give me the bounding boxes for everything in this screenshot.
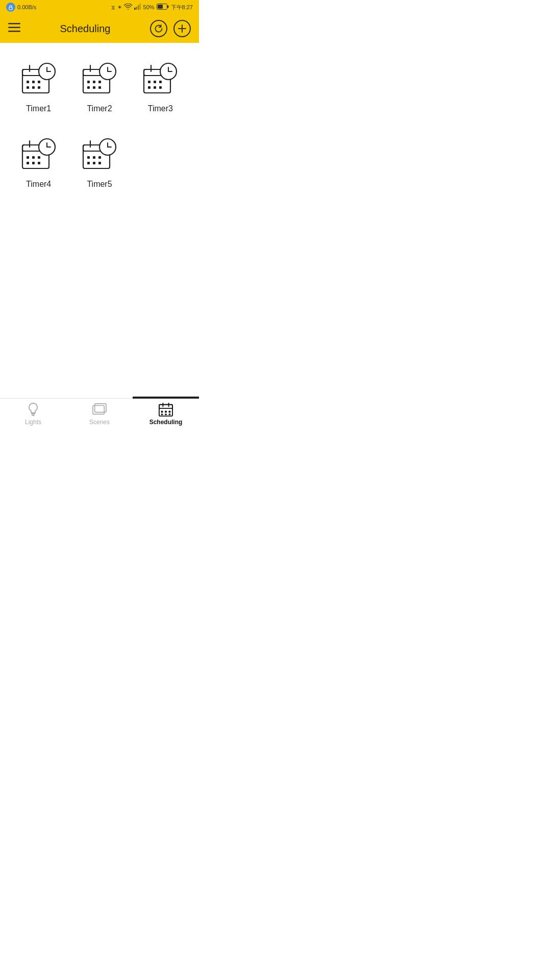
svg-rect-16 [32, 81, 35, 83]
timer-label-4: Timer4 [26, 180, 51, 189]
timer-label-2: Timer2 [87, 104, 112, 113]
svg-rect-6 [167, 6, 169, 8]
svg-rect-2 [136, 7, 137, 10]
header-actions [150, 20, 191, 37]
refresh-button[interactable] [150, 20, 167, 37]
svg-rect-33 [98, 86, 101, 89]
svg-rect-68 [93, 156, 95, 159]
svg-rect-44 [148, 86, 151, 89]
lights-nav-label: Lights [25, 419, 41, 426]
signal-icon: ⧖ [111, 4, 115, 11]
timer-item-1[interactable]: Timer1 [8, 53, 69, 118]
timer-icon-2 [79, 58, 120, 99]
svg-rect-10 [8, 31, 20, 32]
timer-icon-3 [140, 58, 181, 99]
svg-rect-89 [161, 413, 163, 415]
add-button[interactable] [173, 20, 191, 37]
timer-label-5: Timer5 [87, 180, 112, 189]
lock-icon [6, 3, 15, 12]
status-left: 0.00B/s [6, 3, 36, 12]
svg-rect-58 [32, 162, 35, 164]
svg-rect-69 [98, 156, 101, 159]
svg-rect-91 [169, 413, 171, 415]
status-bar: 0.00B/s ⧖ ✶ 50% [0, 0, 199, 14]
svg-rect-72 [98, 162, 101, 164]
svg-rect-46 [159, 86, 162, 89]
timer-icon-5 [79, 134, 120, 175]
svg-rect-67 [87, 156, 90, 159]
svg-rect-42 [154, 81, 156, 83]
svg-rect-41 [148, 81, 151, 83]
svg-rect-57 [27, 162, 29, 164]
svg-rect-70 [87, 162, 90, 164]
svg-rect-7 [158, 5, 163, 9]
scheduling-nav-icon [159, 402, 173, 416]
svg-rect-19 [32, 86, 35, 89]
svg-rect-31 [87, 86, 90, 89]
svg-rect-30 [98, 81, 101, 83]
svg-rect-90 [165, 413, 167, 415]
nav-item-scenes[interactable]: Scenes [66, 399, 133, 431]
status-right: ⧖ ✶ 50% 下午8:27 [111, 4, 193, 11]
svg-rect-56 [38, 156, 40, 159]
svg-rect-32 [93, 86, 95, 89]
svg-rect-43 [159, 81, 162, 83]
wifi-icon [124, 4, 132, 11]
svg-rect-29 [93, 81, 95, 83]
svg-rect-45 [154, 86, 156, 89]
svg-rect-55 [32, 156, 35, 159]
cell-signal-icon [134, 4, 141, 11]
timer-item-4[interactable]: Timer4 [8, 129, 69, 194]
svg-rect-8 [8, 23, 20, 24]
bluetooth-icon: ✶ [117, 4, 122, 11]
nav-item-lights[interactable]: Lights [0, 399, 66, 431]
menu-button[interactable] [8, 23, 20, 34]
battery-percent: 50% [143, 4, 155, 10]
svg-rect-54 [27, 156, 29, 159]
timer-label-1: Timer1 [26, 104, 51, 113]
battery-icon [157, 4, 169, 11]
timer-item-2[interactable]: Timer2 [69, 53, 130, 118]
page-title: Scheduling [60, 23, 111, 35]
svg-rect-86 [161, 410, 163, 412]
svg-rect-18 [27, 86, 29, 89]
svg-rect-9 [8, 27, 20, 29]
svg-rect-83 [159, 404, 172, 408]
bottom-nav: Lights Scenes [0, 398, 199, 431]
svg-rect-15 [27, 81, 29, 83]
nav-item-scheduling[interactable]: Scheduling [133, 399, 199, 431]
svg-rect-1 [134, 8, 136, 10]
scenes-nav-icon [92, 402, 107, 416]
timer-item-5[interactable]: Timer5 [69, 129, 130, 194]
header: Scheduling [0, 14, 199, 43]
svg-rect-59 [38, 162, 40, 164]
lights-nav-icon [26, 402, 40, 416]
svg-rect-20 [38, 86, 40, 89]
svg-rect-17 [38, 81, 40, 83]
timer-grid: Timer1 Timer2 [0, 43, 199, 398]
svg-rect-88 [169, 410, 171, 412]
scenes-nav-label: Scenes [89, 419, 110, 426]
timer-label-3: Timer3 [148, 104, 173, 113]
scheduling-nav-label: Scheduling [149, 419, 183, 426]
svg-rect-4 [139, 4, 141, 10]
svg-rect-3 [138, 5, 139, 10]
network-speed: 0.00B/s [17, 4, 36, 10]
timer-item-3[interactable]: Timer3 [130, 53, 191, 118]
time: 下午8:27 [171, 4, 193, 11]
timer-icon-1 [18, 58, 59, 99]
svg-rect-0 [9, 7, 12, 10]
svg-rect-28 [87, 81, 90, 83]
svg-rect-71 [93, 162, 95, 164]
timer-icon-4 [18, 134, 59, 175]
svg-rect-87 [165, 410, 167, 412]
